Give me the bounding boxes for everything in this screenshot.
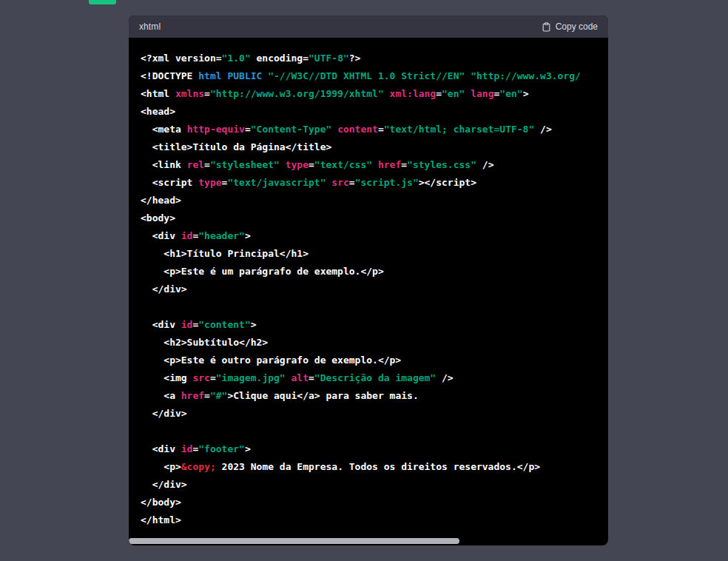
code-line xyxy=(141,298,596,316)
code-line: </html> xyxy=(141,511,596,529)
code-line: <meta http-equiv="Content-Type" content=… xyxy=(141,121,596,138)
code-line: </body> xyxy=(141,494,596,511)
copy-code-button[interactable]: Copy code xyxy=(542,21,598,33)
code-line: <a href="#">Clique aqui</a> para saber m… xyxy=(141,387,596,405)
code-line: <body> xyxy=(141,209,596,227)
code-line: <img src="imagem.jpg" alt="Descrição da … xyxy=(141,369,596,387)
code-line: <link rel="stylesheet" type="text/css" h… xyxy=(141,156,596,174)
code-line: <p>&copy; 2023 Nome da Empresa. Todos os… xyxy=(141,458,596,476)
assistant-avatar xyxy=(89,0,116,4)
code-content[interactable]: <?xml version="1.0" encoding="UTF-8"?><!… xyxy=(129,38,608,545)
code-line: </head> xyxy=(141,192,596,209)
code-line: <div id="footer"> xyxy=(141,440,596,458)
code-text: <?xml version="1.0" encoding="UTF-8"?><!… xyxy=(141,50,596,529)
code-line: </div> xyxy=(141,476,596,494)
copy-code-label: Copy code xyxy=(556,21,598,32)
code-line: <!DOCTYPE html PUBLIC "-//W3C//DTD XHTML… xyxy=(141,67,596,85)
code-line: <p>Este é outro parágrafo de exemplo.</p… xyxy=(141,352,596,369)
code-line xyxy=(141,423,596,440)
code-line: <title>Título da Página</title> xyxy=(141,138,596,156)
code-line: <div id="header"> xyxy=(141,227,596,245)
code-line: <?xml version="1.0" encoding="UTF-8"?> xyxy=(141,50,596,67)
code-line: <div id="content"> xyxy=(141,316,596,334)
code-line: </div> xyxy=(141,405,596,423)
scrollbar-thumb[interactable] xyxy=(129,538,459,544)
horizontal-scrollbar[interactable] xyxy=(129,537,608,545)
code-line: <script type="text/javascript" src="scri… xyxy=(141,174,596,192)
code-language-label: xhtml xyxy=(139,21,161,32)
code-line: </div> xyxy=(141,280,596,298)
code-block: xhtml Copy code <?xml version="1.0" enco… xyxy=(129,16,608,545)
code-block-header: xhtml Copy code xyxy=(129,16,608,38)
code-line: <h1>Título Principal</h1> xyxy=(141,245,596,263)
code-line: <p>Este é um parágrafo de exemplo.</p> xyxy=(141,263,596,280)
code-line: <html xmlns="http://www.w3.org/1999/xhtm… xyxy=(141,85,596,103)
code-line: <head> xyxy=(141,103,596,121)
chat-message-area: xhtml Copy code <?xml version="1.0" enco… xyxy=(0,0,728,561)
code-line: <h2>Subtítulo</h2> xyxy=(141,334,596,352)
clipboard-icon xyxy=(542,21,551,33)
